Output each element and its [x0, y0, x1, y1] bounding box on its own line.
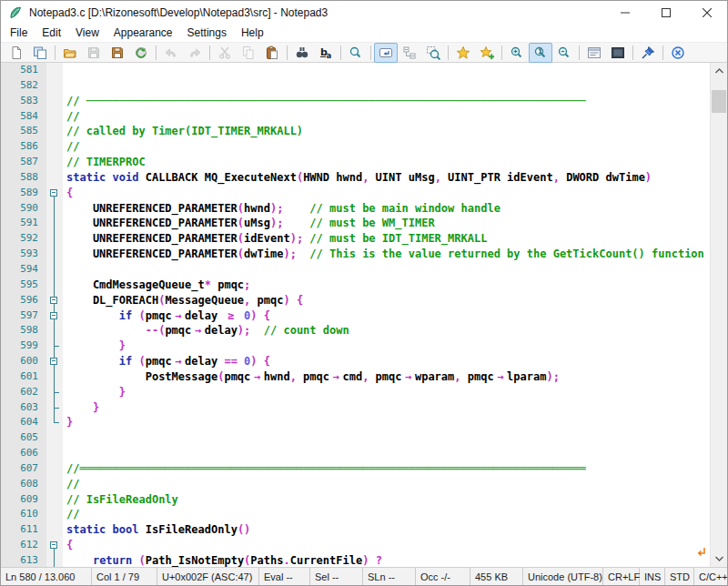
toolbar-separator	[340, 45, 341, 60]
code-line: 606	[1, 446, 711, 461]
scroll-up-arrow[interactable]	[711, 64, 727, 78]
toolbar-separator	[448, 45, 449, 60]
code-line: 599 }	[1, 338, 711, 354]
status-eval[interactable]: Eval --	[259, 568, 310, 585]
code-line: 591 UNREFERENCED_PARAMETER(uMsg); // mus…	[1, 216, 711, 231]
code-line: 610//	[1, 507, 711, 522]
copy-button[interactable]	[237, 43, 260, 63]
code-line: 607//═══════════════════════════════════…	[1, 461, 711, 477]
status-line[interactable]: Ln 580 / 13.060	[1, 568, 92, 585]
code-text: }	[63, 385, 126, 400]
code-text	[63, 262, 66, 278]
code-line: 583// ──────────────────────────────────…	[1, 94, 711, 109]
toolbar-separator	[662, 45, 663, 60]
favorites-button[interactable]	[451, 43, 475, 63]
status-encoding[interactable]: Unicode (UTF-8)	[523, 568, 603, 585]
new-file-button[interactable]	[5, 43, 28, 63]
line-number: 609	[1, 492, 46, 508]
pin-on-top-button[interactable]	[636, 43, 660, 63]
code-line: 597 if (pmqc→delay ≥ 0) {	[1, 308, 711, 324]
add-favorite-button[interactable]	[475, 43, 499, 63]
fold-margin-cell	[46, 109, 63, 125]
fold-toggle[interactable]	[50, 297, 57, 304]
copy-icon	[241, 45, 256, 60]
code-line: 596 DL_FOREACH(MessageQueue, pmqc) {	[1, 293, 711, 308]
redo-button[interactable]	[183, 43, 207, 63]
new-window-button[interactable]	[28, 43, 52, 63]
menu-settings[interactable]: Settings	[180, 25, 234, 42]
fold-margin-cell	[46, 446, 63, 461]
word-wrap-button[interactable]	[374, 43, 398, 63]
zoom-reset-button[interactable]: 1	[529, 43, 552, 63]
status-std-mode[interactable]: STD	[665, 568, 694, 585]
status-column[interactable]: Col 1 / 79	[92, 568, 157, 585]
new-file-icon	[9, 45, 24, 60]
fold-toggle[interactable]	[50, 541, 57, 549]
line-number: 591	[1, 216, 46, 231]
code-line: 590 UNREFERENCED_PARAMETER(hwnd); // mus…	[1, 201, 711, 217]
replace-button[interactable]: ba	[314, 43, 338, 63]
status-occurrences[interactable]: Occ -/-	[416, 568, 470, 585]
zoom-reset-icon: 1	[533, 45, 548, 60]
zoom-in-button[interactable]	[505, 43, 529, 63]
line-number: 595	[1, 278, 46, 293]
menu-edit[interactable]: Edit	[35, 25, 68, 42]
fold-margin-cell	[46, 308, 63, 324]
maximize-button[interactable]	[645, 1, 686, 25]
code-line: 586//	[1, 139, 711, 155]
status-character[interactable]: U+0x002F (ASC:47)	[157, 568, 259, 585]
code-line: 595 CmdMessageQueue_t* pmqc;	[1, 278, 711, 293]
fold-margin-cell	[46, 247, 63, 262]
exit-button[interactable]	[666, 43, 690, 63]
open-file-button[interactable]	[58, 43, 82, 63]
fold-toggle[interactable]	[50, 312, 57, 319]
save-as-button[interactable]	[106, 43, 129, 63]
code-text: static void CALLBACK MQ_ExecuteNext(HWND…	[63, 170, 652, 186]
word-wrap-indicator	[694, 546, 708, 560]
cut-icon	[217, 45, 232, 60]
find-button[interactable]	[290, 43, 314, 63]
fold-toggle[interactable]	[50, 189, 57, 197]
toolbar: ba1	[1, 42, 727, 63]
paste-button[interactable]	[260, 43, 284, 63]
code-line: 594	[1, 262, 711, 278]
editor: 581582583// ────────────────────────────…	[1, 63, 727, 567]
vertical-scrollbar[interactable]	[710, 63, 727, 567]
fold-margin-cell	[46, 461, 63, 477]
document-options-button[interactable]	[582, 43, 606, 63]
zoom-in-icon	[510, 45, 524, 60]
status-insert-mode[interactable]: INS	[640, 568, 665, 585]
svg-text:1: 1	[538, 47, 542, 56]
fold-toggle[interactable]	[50, 358, 57, 365]
zoom-out-button[interactable]	[552, 43, 576, 63]
menu-appearance[interactable]: Appearance	[106, 25, 180, 42]
scroll-down-arrow[interactable]	[711, 551, 727, 566]
save-file-button[interactable]	[82, 43, 106, 63]
line-number: 602	[1, 385, 46, 400]
line-number: 585	[1, 124, 46, 139]
text-area[interactable]: 581582583// ────────────────────────────…	[1, 63, 711, 567]
status-syntax-scheme[interactable]: C/C++ Source Code	[694, 568, 727, 585]
menu-file[interactable]: File	[3, 25, 35, 42]
status-file-size[interactable]: 455 KB	[470, 568, 523, 585]
zoom-selection-button[interactable]	[421, 43, 445, 63]
code-line: 585// called by Timer(IDT_TIMER_MRKALL)	[1, 124, 711, 139]
cut-button[interactable]	[213, 43, 237, 63]
menu-help[interactable]: Help	[234, 25, 271, 42]
fold-margin-cell	[46, 278, 63, 293]
undo-button[interactable]	[159, 43, 183, 63]
toggle-folds-button[interactable]	[398, 43, 421, 63]
minimize-button[interactable]	[604, 1, 645, 25]
full-screen-button[interactable]	[606, 43, 630, 63]
full-screen-icon	[611, 45, 625, 60]
status-eol-mode[interactable]: CR+LF	[603, 568, 640, 585]
status-selection[interactable]: Sel --	[310, 568, 363, 585]
close-button[interactable]	[686, 1, 727, 25]
scrollbar-thumb[interactable]	[712, 90, 726, 113]
status-selected-lines[interactable]: SLn --	[363, 568, 416, 585]
find-next-button[interactable]	[344, 43, 368, 63]
fold-margin-cell	[46, 369, 63, 385]
revert-file-button[interactable]	[129, 43, 153, 63]
menu-view[interactable]: View	[68, 25, 106, 42]
fold-margin-cell	[46, 415, 63, 430]
